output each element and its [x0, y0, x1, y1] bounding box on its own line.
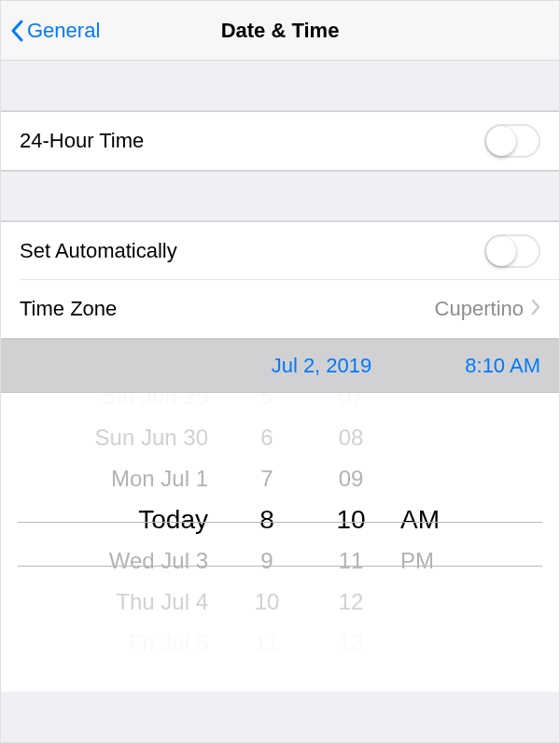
picker-item: 6	[225, 417, 309, 458]
picker-item: 5	[225, 393, 309, 417]
group-24hour: 24-Hour Time	[1, 111, 559, 171]
time-zone-value: Cupertino	[435, 297, 524, 321]
nav-header: General Date & Time	[1, 1, 559, 61]
picker-item: 10	[225, 582, 309, 623]
picker-column-date[interactable]: Sat Jun 29 Sun Jun 30 Mon Jul 1 Today We…	[1, 393, 225, 692]
picker-item: 11	[309, 540, 393, 582]
picker-item: Wed Jul 3	[1, 540, 208, 582]
picker-item: PM	[400, 540, 477, 582]
picker-item: 11	[225, 623, 309, 664]
chevron-left-icon	[10, 20, 23, 42]
picker-column-hour[interactable]: 5 6 7 8 9 10 11	[225, 393, 309, 692]
datetime-picker[interactable]: Sat Jun 29 Sun Jun 30 Mon Jul 1 Today We…	[1, 393, 559, 692]
back-button[interactable]: General	[1, 19, 100, 43]
picker-item: Sun Jun 30	[1, 417, 208, 458]
row-24-hour-time: 24-Hour Time	[1, 112, 559, 170]
picker-item-selected: 10	[309, 499, 393, 540]
section-gap	[1, 171, 559, 221]
toggle-knob	[486, 126, 516, 156]
picker-item-selected: 8	[225, 499, 309, 540]
picker-item: 07	[309, 393, 393, 417]
row-time-zone[interactable]: Time Zone Cupertino	[1, 280, 559, 338]
group-date-time: Set Automatically Time Zone Cupertino	[1, 221, 559, 339]
picker-item: 7	[225, 458, 309, 499]
picker-item: 9	[225, 540, 309, 582]
row-label: 24-Hour Time	[20, 129, 484, 153]
picker-column-minute[interactable]: 07 08 09 10 11 12 13	[309, 393, 393, 692]
picker-item: 12	[309, 582, 393, 623]
settings-screen: General Date & Time 24-Hour Time Set Aut…	[0, 0, 560, 743]
row-label: Set Automatically	[20, 239, 484, 263]
row-set-automatically: Set Automatically	[1, 222, 559, 280]
selected-date: Jul 2, 2019	[272, 354, 372, 378]
picker-item-selected: Today	[1, 499, 208, 540]
row-selected-datetime[interactable]: Jul 2, 2019 8:10 AM	[1, 339, 559, 393]
picker-item: 09	[309, 458, 393, 499]
picker-item: Sat Jun 29	[1, 393, 208, 417]
selected-time: 8:10 AM	[465, 354, 540, 378]
section-gap	[1, 61, 559, 111]
picker-item: Thu Jul 4	[1, 582, 208, 623]
chevron-right-icon	[531, 297, 540, 321]
picker-item: 08	[309, 417, 393, 458]
picker-item: Mon Jul 1	[1, 458, 208, 499]
picker-item: Fri Jul 5	[1, 623, 208, 664]
toggle-24-hour-time[interactable]	[484, 124, 540, 158]
toggle-knob	[486, 236, 516, 266]
toggle-set-automatically[interactable]	[484, 234, 540, 268]
back-label: General	[27, 19, 100, 43]
picker-column-ampm[interactable]: AM PM	[393, 393, 477, 692]
row-label: Time Zone	[20, 297, 435, 321]
picker-item: 13	[309, 623, 393, 664]
picker-item-selected: AM	[400, 499, 477, 540]
